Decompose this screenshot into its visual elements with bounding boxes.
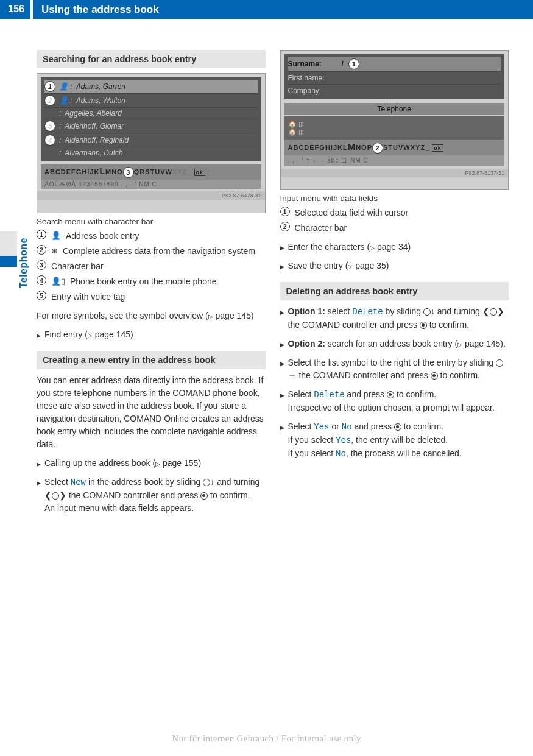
nav-pin-icon: ⊕	[51, 245, 58, 257]
legend2-text: Complete address data from the navigatio…	[63, 245, 266, 258]
controller-slide-icon	[496, 359, 503, 367]
section-creating-title: Creating a new entry in the address book	[37, 351, 266, 369]
page-number: 156	[0, 0, 30, 19]
legend1: 1👤Address book entry 2⊕Complete address …	[37, 230, 266, 303]
content-columns: Searching for an address book entry 1👤 :…	[0, 50, 533, 525]
step-marker-icon	[280, 260, 284, 272]
cmd-no: No	[342, 422, 352, 432]
step-find-entry: Find entry ( page 145)	[37, 328, 266, 341]
section-searching-title: Searching for an address book entry	[37, 50, 266, 68]
step-yes-no: Select Yes or No and press to confirm.If…	[280, 420, 509, 461]
legend3-text: Character bar	[51, 260, 266, 273]
legend2-1-text: Selected data field with cursor	[295, 207, 509, 219]
page-ref-icon	[208, 311, 213, 320]
step-marker-icon	[37, 328, 41, 341]
page-title: Using the address book	[33, 0, 533, 19]
controller-turn-icon	[52, 492, 59, 500]
cmd-new: New	[71, 478, 86, 487]
legend-num-1: 1	[37, 230, 46, 239]
figure2-charbar-sub: . , - ' † ↓ → abc 口 NM C	[284, 155, 505, 166]
phone-sim-icon: 👤▯	[51, 275, 65, 288]
page-header: 156 Using the address book	[0, 0, 533, 19]
legend2-num-1: 1	[280, 207, 290, 216]
controller-slide-icon	[203, 479, 210, 486]
step-marker-icon	[280, 356, 284, 369]
legend4-text: Phone book entry on the mobile phone	[70, 275, 266, 288]
figure-input-menu: Surname:/1 First name: Company: Telephon…	[280, 50, 509, 190]
step-call-addressbook: Calling up the address book ( page 155)	[37, 457, 266, 470]
legend2-num-2: 2	[280, 222, 290, 231]
step-marker-icon	[280, 305, 284, 318]
legend5-text: Entry with voice tag	[51, 291, 266, 303]
figure-charbar-sub: ÄÖÜÆØÅ 1234567890 . , - ' NM C	[41, 180, 261, 189]
legend-num-3: 3	[37, 260, 46, 270]
page-ref-icon	[457, 339, 462, 348]
step-marker-icon	[280, 388, 284, 401]
cmd-yes: Yes	[314, 422, 329, 432]
section-deleting-title: Deleting an address book entry	[280, 282, 509, 300]
figure2-code: P82.87-8137-31	[281, 169, 509, 177]
controller-press-icon	[394, 423, 401, 431]
page-ref-icon	[370, 242, 375, 252]
legend-num-4: 4	[37, 275, 46, 285]
step-marker-icon	[37, 457, 41, 470]
controller-turn-icon	[490, 308, 497, 316]
step-select-list-symbol: Select the list symbol to the right of t…	[280, 356, 509, 382]
legend2-2-text: Character bar	[295, 222, 509, 235]
controller-slide-icon	[423, 308, 431, 316]
footer-watermark: Nur für internen Gebrauch / For internal…	[0, 733, 533, 744]
page-ref-icon	[88, 330, 93, 339]
person-icon: 👤	[51, 230, 61, 242]
step-save-entry: Save the entry ( page 35)	[280, 260, 509, 272]
controller-press-icon	[200, 492, 208, 500]
figure-charbar: ABCDEFGHIJKLMNO3QRSTUVWXYZ_ ok	[41, 164, 261, 180]
step-option2: Option 2: search for an address book ent…	[280, 337, 509, 350]
symbols-note: For more symbols, see the symbol overvie…	[37, 309, 266, 322]
figure2-caption: Input menu with data fields	[280, 194, 509, 203]
step-marker-icon	[280, 337, 284, 350]
legend2: 1Selected data field with cursor 2Charac…	[280, 207, 509, 235]
controller-press-icon	[387, 391, 394, 398]
step-marker-icon	[280, 420, 284, 433]
step-marker-icon	[280, 241, 284, 253]
right-column: Surname:/1 First name: Company: Telephon…	[280, 50, 509, 525]
figure-code: P82.87-6478-31	[37, 191, 265, 200]
figure-search-menu: 1👤 :Adams, Garren 2👤 :Adams, Walton :Agg…	[37, 73, 266, 213]
create-intro: You can enter address data directly into…	[37, 374, 266, 451]
step-option1: Option 1: select Delete by sliding ↓ and…	[280, 305, 509, 331]
side-tab: Telephone	[0, 231, 17, 323]
controller-press-icon	[420, 322, 427, 329]
figure1-caption: Search menu with character bar	[37, 217, 266, 226]
cmd-delete: Delete	[314, 390, 344, 400]
legend1-text: Address book entry	[66, 230, 266, 242]
cmd-delete: Delete	[352, 307, 383, 317]
step-select-delete: Select Delete and press to confirm.Irres…	[280, 388, 509, 414]
step-enter-chars: Enter the characters ( page 34)	[280, 241, 509, 253]
step-select-new: Select New in the address book by slidin…	[37, 476, 266, 515]
side-tab-label: Telephone	[18, 238, 29, 288]
step-marker-icon	[37, 476, 41, 489]
figure2-charbar: ABCDEFGHIJKLMNOP2STUVWXYZ_ ok	[284, 140, 505, 155]
legend-num-2: 2	[37, 245, 46, 255]
legend-num-5: 5	[37, 291, 46, 300]
left-column: Searching for an address book entry 1👤 :…	[37, 50, 266, 525]
controller-press-icon	[431, 372, 438, 380]
page-ref-icon	[155, 458, 160, 468]
